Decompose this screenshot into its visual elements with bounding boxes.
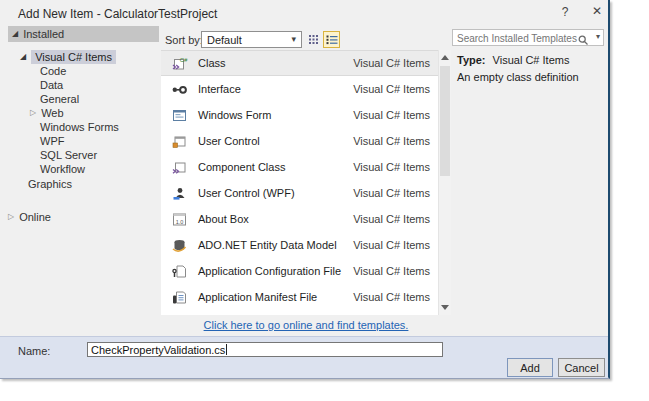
type-label: Type:	[457, 54, 486, 66]
svg-text:1.0: 1.0	[176, 218, 184, 224]
template-item-class[interactable]: C# Class Visual C# Items	[161, 50, 438, 76]
dialog-footer: Name: CheckPropertyValidation.cs Add Can…	[0, 336, 608, 378]
sidebar-item-visual-csharp-items[interactable]: ◢ Visual C# Items	[20, 50, 116, 64]
expand-arrow-icon: ◢	[12, 30, 18, 38]
list-scrollbar[interactable]	[438, 50, 451, 315]
interface-icon	[171, 81, 188, 98]
about-box-icon: 1.0	[171, 211, 188, 228]
svg-text:C#: C#	[180, 56, 188, 62]
template-item-application-configuration-file[interactable]: Application Configuration File Visual C#…	[161, 258, 438, 284]
sidebar-item-sql-server[interactable]: SQL Server	[40, 148, 97, 162]
expand-arrow-icon: ◢	[20, 53, 26, 61]
sidebar-item-label: Data	[40, 79, 63, 91]
template-description: An empty class definition	[457, 71, 579, 83]
user-control-icon	[171, 133, 188, 150]
sidebar-item-data[interactable]: Data	[40, 78, 63, 92]
template-name: Interface	[198, 83, 241, 95]
template-item-user-control[interactable]: User Control Visual C# Items	[161, 128, 438, 154]
template-item-assembly-information-file[interactable]: C# Assembly Information File Visual C# I…	[161, 310, 438, 315]
template-category: Visual C# Items	[353, 57, 430, 69]
user-control-wpf-icon	[171, 185, 188, 202]
text-cursor	[226, 344, 227, 355]
template-name: User Control	[198, 135, 260, 147]
template-name: Class	[198, 57, 226, 69]
sidebar-item-label: Online	[19, 211, 51, 223]
sidebar-item-label: Visual C# Items	[31, 50, 116, 64]
sidebar-item-label: Code	[40, 65, 66, 77]
sidebar-item-windows-forms[interactable]: Windows Forms	[40, 120, 119, 134]
template-item-component-class[interactable]: Component Class Visual C# Items	[161, 154, 438, 180]
name-label: Name:	[18, 345, 50, 357]
name-input-value: CheckPropertyValidation.cs	[91, 344, 225, 356]
category-tree: ◢ Installed ◢ Visual C# Items Code Data …	[0, 26, 161, 334]
type-value: Visual C# Items	[493, 54, 570, 66]
template-category: Visual C# Items	[353, 187, 430, 199]
sidebar-item-label: Workflow	[40, 163, 85, 175]
sidebar-item-workflow[interactable]: Workflow	[40, 162, 85, 176]
sidebar-item-label: SQL Server	[40, 149, 97, 161]
template-name: User Control (WPF)	[198, 187, 295, 199]
scroll-up-icon[interactable]	[441, 55, 449, 60]
template-category: Visual C# Items	[353, 135, 430, 147]
small-icons-view-button[interactable]	[306, 31, 321, 48]
sidebar-item-installed[interactable]: ◢ Installed	[8, 26, 159, 42]
template-item-user-control-wpf[interactable]: User Control (WPF) Visual C# Items	[161, 180, 438, 206]
sidebar-item-code[interactable]: Code	[40, 64, 66, 78]
search-icon[interactable]	[577, 32, 589, 50]
scrollbar-thumb[interactable]	[440, 66, 450, 176]
online-templates-link-row: Click here to go online and find templat…	[161, 319, 451, 331]
sort-by-label: Sort by:	[165, 34, 203, 46]
template-name: Windows Form	[198, 109, 271, 121]
list-view-button[interactable]	[323, 31, 340, 48]
template-item-windows-form[interactable]: Windows Form Visual C# Items	[161, 102, 438, 128]
sort-by-value: Default	[207, 34, 242, 46]
template-category: Visual C# Items	[353, 109, 430, 121]
template-name: About Box	[198, 213, 249, 225]
template-item-application-manifest-file[interactable]: Application Manifest File Visual C# Item…	[161, 284, 438, 310]
template-category: Visual C# Items	[353, 265, 430, 277]
assembly-info-icon: C#	[171, 315, 188, 316]
collapse-arrow-icon: ▷	[8, 213, 14, 221]
cancel-button[interactable]: Cancel	[558, 358, 605, 377]
app-manifest-icon	[171, 289, 188, 306]
template-item-ado-net-entity-data-model[interactable]: ADO.NET Entity Data Model Visual C# Item…	[161, 232, 438, 258]
sidebar-item-graphics[interactable]: Graphics	[28, 177, 72, 191]
sidebar-item-label: Web	[41, 107, 63, 119]
template-item-about-box[interactable]: 1.0 About Box Visual C# Items	[161, 206, 438, 232]
template-name: Application Manifest File	[198, 291, 317, 303]
windows-form-icon	[171, 107, 188, 124]
sidebar-item-label: Graphics	[28, 178, 72, 190]
list-view-icon	[326, 31, 338, 49]
close-button[interactable]: ✕	[588, 4, 606, 20]
template-list: C# Class Visual C# Items Interface Visua…	[161, 50, 438, 315]
sidebar-item-label: Installed	[23, 28, 64, 40]
sort-by-dropdown[interactable]: Default ▾	[201, 31, 302, 48]
template-category: Visual C# Items	[353, 213, 430, 225]
template-item-interface[interactable]: Interface Visual C# Items	[161, 76, 438, 102]
template-type-line: Type: Visual C# Items	[457, 54, 569, 66]
search-input[interactable]	[455, 30, 581, 47]
scroll-down-icon[interactable]	[441, 305, 449, 310]
sidebar-item-label: WPF	[40, 135, 64, 147]
sidebar-item-wpf[interactable]: WPF	[40, 134, 64, 148]
component-class-icon	[171, 159, 188, 176]
chevron-down-icon: ▾	[291, 34, 296, 44]
search-options-caret-icon[interactable]: ▾	[596, 32, 600, 41]
dialog-title: Add New Item - CalculatorTestProject	[18, 7, 217, 21]
template-category: Visual C# Items	[353, 291, 430, 303]
sidebar-item-online[interactable]: ▷ Online	[8, 210, 51, 224]
small-icons-view-icon	[308, 31, 319, 49]
go-online-link[interactable]: Click here to go online and find templat…	[204, 319, 409, 331]
class-icon: C#	[171, 55, 188, 72]
template-name: Component Class	[198, 161, 285, 173]
template-category: Visual C# Items	[353, 83, 430, 95]
sidebar-item-web[interactable]: ▷ Web	[30, 106, 64, 120]
help-button[interactable]: ?	[556, 5, 574, 21]
template-category: Visual C# Items	[353, 161, 430, 173]
template-name: ADO.NET Entity Data Model	[198, 239, 337, 251]
collapse-arrow-icon: ▷	[30, 109, 36, 117]
sidebar-item-label: Windows Forms	[40, 121, 119, 133]
name-input[interactable]: CheckPropertyValidation.cs	[87, 342, 443, 357]
add-button[interactable]: Add	[507, 358, 553, 377]
sidebar-item-general[interactable]: General	[40, 92, 79, 106]
